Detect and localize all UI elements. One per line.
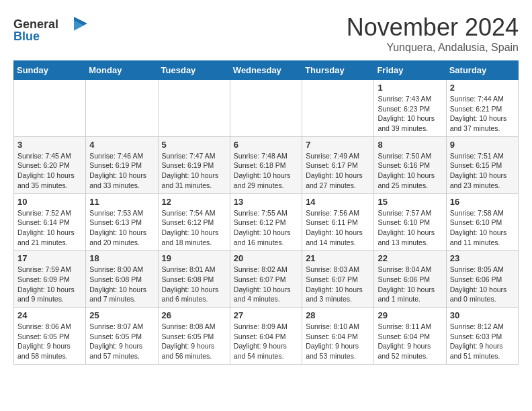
calendar-body: 1Sunrise: 7:43 AMSunset: 6:23 PMDaylight…	[14, 80, 519, 365]
day-info: Sunrise: 7:59 AMSunset: 6:09 PMDaylight:…	[17, 265, 82, 304]
day-number: 26	[162, 310, 226, 320]
day-number: 3	[17, 140, 82, 150]
calendar-cell: 15Sunrise: 7:57 AMSunset: 6:10 PMDayligh…	[374, 193, 446, 250]
column-header-tuesday: Tuesday	[158, 61, 230, 80]
day-number: 23	[450, 253, 515, 263]
calendar-cell: 25Sunrise: 8:07 AMSunset: 6:05 PMDayligh…	[86, 308, 158, 365]
calendar-cell: 1Sunrise: 7:43 AMSunset: 6:23 PMDaylight…	[374, 80, 446, 137]
calendar-cell: 3Sunrise: 7:45 AMSunset: 6:20 PMDaylight…	[14, 136, 86, 193]
day-info: Sunrise: 8:04 AMSunset: 6:06 PMDaylight:…	[378, 265, 442, 304]
week-row-3: 17Sunrise: 7:59 AMSunset: 6:09 PMDayligh…	[14, 250, 519, 308]
column-header-wednesday: Wednesday	[230, 61, 302, 80]
day-info: Sunrise: 7:53 AMSunset: 6:13 PMDaylight:…	[89, 208, 154, 248]
day-number: 24	[17, 310, 82, 320]
column-header-monday: Monday	[86, 61, 158, 80]
calendar-cell	[302, 80, 374, 137]
calendar-cell: 22Sunrise: 8:04 AMSunset: 6:06 PMDayligh…	[374, 250, 446, 308]
day-info: Sunrise: 7:47 AMSunset: 6:19 PMDaylight:…	[162, 151, 226, 191]
day-info: Sunrise: 8:09 AMSunset: 6:04 PMDaylight:…	[234, 322, 298, 361]
calendar-cell: 21Sunrise: 8:03 AMSunset: 6:07 PMDayligh…	[302, 250, 374, 308]
day-number: 11	[89, 197, 154, 207]
day-info: Sunrise: 8:01 AMSunset: 6:08 PMDaylight:…	[162, 265, 226, 304]
day-number: 30	[450, 310, 515, 320]
week-row-1: 3Sunrise: 7:45 AMSunset: 6:20 PMDaylight…	[14, 136, 519, 193]
day-number: 20	[234, 253, 298, 263]
day-info: Sunrise: 7:54 AMSunset: 6:12 PMDaylight:…	[162, 208, 226, 248]
day-info: Sunrise: 8:07 AMSunset: 6:05 PMDaylight:…	[89, 322, 154, 361]
day-info: Sunrise: 8:02 AMSunset: 6:07 PMDaylight:…	[234, 265, 298, 304]
location: Yunquera, Andalusia, Spain	[347, 42, 519, 54]
calendar-cell: 2Sunrise: 7:44 AMSunset: 6:21 PMDaylight…	[446, 80, 518, 137]
calendar-cell: 18Sunrise: 8:00 AMSunset: 6:08 PMDayligh…	[86, 250, 158, 308]
calendar-cell: 10Sunrise: 7:52 AMSunset: 6:14 PMDayligh…	[14, 193, 86, 250]
calendar-cell: 14Sunrise: 7:56 AMSunset: 6:11 PMDayligh…	[302, 193, 374, 250]
calendar-cell: 12Sunrise: 7:54 AMSunset: 6:12 PMDayligh…	[158, 193, 230, 250]
week-row-0: 1Sunrise: 7:43 AMSunset: 6:23 PMDaylight…	[14, 80, 519, 137]
day-number: 10	[17, 197, 82, 207]
day-number: 27	[234, 310, 298, 320]
day-number: 7	[306, 140, 370, 150]
calendar-cell: 30Sunrise: 8:12 AMSunset: 6:03 PMDayligh…	[446, 308, 518, 365]
day-info: Sunrise: 7:45 AMSunset: 6:20 PMDaylight:…	[17, 151, 82, 191]
calendar-cell: 17Sunrise: 7:59 AMSunset: 6:09 PMDayligh…	[14, 250, 86, 308]
calendar-cell	[14, 80, 86, 137]
calendar-cell	[86, 80, 158, 137]
day-info: Sunrise: 7:50 AMSunset: 6:16 PMDaylight:…	[378, 151, 442, 191]
week-row-2: 10Sunrise: 7:52 AMSunset: 6:14 PMDayligh…	[14, 193, 519, 250]
day-number: 8	[378, 140, 442, 150]
day-number: 12	[162, 197, 226, 207]
calendar-cell: 19Sunrise: 8:01 AMSunset: 6:08 PMDayligh…	[158, 250, 230, 308]
calendar-cell	[230, 80, 302, 137]
day-number: 19	[162, 253, 226, 263]
calendar-cell: 20Sunrise: 8:02 AMSunset: 6:07 PMDayligh…	[230, 250, 302, 308]
logo: General Blue	[13, 13, 87, 47]
day-number: 14	[306, 197, 370, 207]
calendar-cell: 9Sunrise: 7:51 AMSunset: 6:15 PMDaylight…	[446, 136, 518, 193]
day-info: Sunrise: 8:11 AMSunset: 6:04 PMDaylight:…	[378, 322, 442, 361]
day-info: Sunrise: 7:44 AMSunset: 6:21 PMDaylight:…	[450, 94, 515, 134]
calendar-cell: 6Sunrise: 7:48 AMSunset: 6:18 PMDaylight…	[230, 136, 302, 193]
calendar-cell: 13Sunrise: 7:55 AMSunset: 6:12 PMDayligh…	[230, 193, 302, 250]
day-number: 29	[378, 310, 442, 320]
day-info: Sunrise: 7:43 AMSunset: 6:23 PMDaylight:…	[378, 94, 442, 134]
column-header-saturday: Saturday	[446, 61, 518, 80]
calendar-cell: 29Sunrise: 8:11 AMSunset: 6:04 PMDayligh…	[374, 308, 446, 365]
day-info: Sunrise: 7:49 AMSunset: 6:17 PMDaylight:…	[306, 151, 370, 191]
calendar-table: SundayMondayTuesdayWednesdayThursdayFrid…	[13, 60, 519, 365]
day-number: 2	[450, 83, 515, 93]
day-number: 18	[89, 253, 154, 263]
calendar-cell: 28Sunrise: 8:10 AMSunset: 6:04 PMDayligh…	[302, 308, 374, 365]
day-info: Sunrise: 8:05 AMSunset: 6:06 PMDaylight:…	[450, 265, 515, 304]
column-header-thursday: Thursday	[302, 61, 374, 80]
calendar-cell: 23Sunrise: 8:05 AMSunset: 6:06 PMDayligh…	[446, 250, 518, 308]
day-info: Sunrise: 7:55 AMSunset: 6:12 PMDaylight:…	[234, 208, 298, 248]
calendar-cell: 4Sunrise: 7:46 AMSunset: 6:19 PMDaylight…	[86, 136, 158, 193]
day-number: 13	[234, 197, 298, 207]
logo-svg: General Blue	[13, 13, 87, 47]
day-number: 15	[378, 197, 442, 207]
day-info: Sunrise: 8:00 AMSunset: 6:08 PMDaylight:…	[89, 265, 154, 304]
day-info: Sunrise: 8:06 AMSunset: 6:05 PMDaylight:…	[17, 322, 82, 361]
header-row: SundayMondayTuesdayWednesdayThursdayFrid…	[14, 61, 519, 80]
day-number: 5	[162, 140, 226, 150]
calendar-cell: 26Sunrise: 8:08 AMSunset: 6:05 PMDayligh…	[158, 308, 230, 365]
column-header-friday: Friday	[374, 61, 446, 80]
day-info: Sunrise: 8:03 AMSunset: 6:07 PMDaylight:…	[306, 265, 370, 304]
day-info: Sunrise: 7:58 AMSunset: 6:10 PMDaylight:…	[450, 208, 515, 248]
calendar-cell: 7Sunrise: 7:49 AMSunset: 6:17 PMDaylight…	[302, 136, 374, 193]
day-number: 16	[450, 197, 515, 207]
day-info: Sunrise: 7:57 AMSunset: 6:10 PMDaylight:…	[378, 208, 442, 248]
day-info: Sunrise: 8:08 AMSunset: 6:05 PMDaylight:…	[162, 322, 226, 361]
week-row-4: 24Sunrise: 8:06 AMSunset: 6:05 PMDayligh…	[14, 308, 519, 365]
day-info: Sunrise: 7:56 AMSunset: 6:11 PMDaylight:…	[306, 208, 370, 248]
day-number: 1	[378, 83, 442, 93]
day-number: 25	[89, 310, 154, 320]
day-info: Sunrise: 7:46 AMSunset: 6:19 PMDaylight:…	[89, 151, 154, 191]
day-number: 21	[306, 253, 370, 263]
day-number: 6	[234, 140, 298, 150]
day-number: 9	[450, 140, 515, 150]
calendar-cell: 11Sunrise: 7:53 AMSunset: 6:13 PMDayligh…	[86, 193, 158, 250]
title-section: November 2024 Yunquera, Andalusia, Spain	[347, 13, 519, 54]
calendar-cell: 27Sunrise: 8:09 AMSunset: 6:04 PMDayligh…	[230, 308, 302, 365]
column-header-sunday: Sunday	[14, 61, 86, 80]
